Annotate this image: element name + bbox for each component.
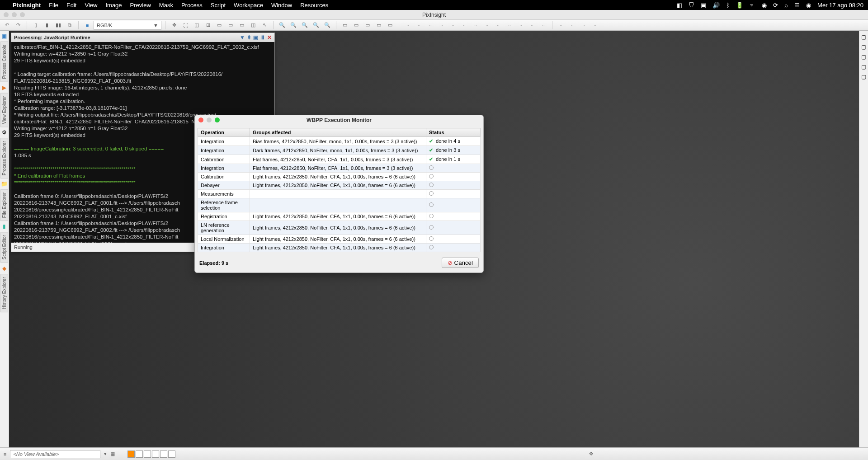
process-icon[interactable]: ▫ [482,21,492,30]
bluetooth-icon[interactable]: ᛒ [726,2,730,9]
extra-icon[interactable]: ▫ [567,21,577,30]
close-icon[interactable]: ✕ [267,34,272,41]
dialog-titlebar[interactable]: WBPP Execution Monitor [195,115,483,125]
close-icon[interactable] [198,117,203,122]
layout-icon[interactable]: ▭ [374,21,384,30]
menu-workspace[interactable]: Workspace [234,2,263,9]
app-name[interactable]: PixInsight [13,2,41,9]
right-side-icon[interactable]: ▢ [860,43,868,51]
redo-icon[interactable]: ↷ [13,21,23,30]
sidetab-process-console[interactable]: Process Console [0,42,8,82]
swatch[interactable] [127,451,135,458]
search-icon[interactable]: ⌕ [784,2,788,9]
minimize-icon[interactable] [207,117,212,122]
chevron-down-icon[interactable]: ▼ [240,34,245,41]
resize-handle-icon[interactable]: ✥ [589,451,593,457]
status-icon[interactable]: ◧ [677,2,682,9]
menu-process[interactable]: Process [181,2,203,9]
process-icon[interactable]: ▫ [505,21,514,30]
sidetab-view-explorer[interactable]: View Explorer [0,93,8,127]
grid-icon[interactable]: ▦ [110,451,115,457]
control-center-icon[interactable]: ☰ [794,2,800,9]
right-side-icon[interactable]: ▢ [860,73,868,80]
square-icon[interactable]: ▣ [253,34,258,41]
pointer-icon[interactable]: ↖ [259,21,269,30]
swatch[interactable] [136,451,143,458]
process-icon[interactable]: ▫ [437,21,447,30]
menu-window[interactable]: Window [271,2,292,9]
process-icon[interactable]: ▫ [493,21,503,30]
process-icon[interactable]: ▫ [527,21,537,30]
process-icon[interactable]: ▫ [516,21,526,30]
process-icon[interactable]: ▫ [471,21,481,30]
menu-file[interactable]: File [49,2,58,9]
undo-icon[interactable]: ↶ [2,21,12,30]
square-icon[interactable]: ■ [82,21,92,30]
zoom-icon[interactable] [20,12,25,17]
copy-icon[interactable]: ⧉ [65,21,75,30]
wifi-icon[interactable]: ᯤ [750,2,755,9]
menu-view[interactable]: View [85,2,97,9]
cancel-button[interactable]: ⊘ Cancel [442,258,479,268]
battery-icon[interactable]: 🔋 [736,2,743,9]
layout-icon[interactable]: ▭ [340,21,350,30]
layout-icon[interactable]: ▭ [385,21,395,30]
sidetab-script-editor[interactable]: Script Editor [0,232,8,263]
menu-preview[interactable]: Preview [130,2,151,9]
menu-script[interactable]: Script [211,2,226,9]
right-side-icon[interactable]: ▢ [860,53,868,61]
zoom-11-icon[interactable]: 🔍 [311,21,321,30]
process-icon[interactable]: ▫ [459,21,469,30]
layout-icon[interactable]: ▭ [351,21,361,30]
save-icon[interactable]: ▮ [42,21,52,30]
zoom-fit-icon[interactable]: 🔍 [300,21,310,30]
close-icon[interactable] [4,12,9,17]
zoom-out-icon[interactable]: 🔍 [288,21,298,30]
layout-icon[interactable]: ▭ [363,21,373,30]
menu-resources[interactable]: Resources [300,2,328,9]
chevron-up-icon[interactable]: ⇞ [247,34,251,41]
open-icon[interactable]: ▯ [31,21,41,30]
menu-icon[interactable]: ≡ [4,451,6,457]
tool-icon[interactable]: ◫ [192,21,202,30]
extra-icon[interactable]: ▫ [590,21,600,30]
process-icon[interactable]: ▫ [538,21,548,30]
side-icon[interactable]: ▮ [1,223,8,230]
side-icon[interactable]: 📁 [1,180,8,188]
swatch[interactable] [144,451,151,458]
clock[interactable]: Mer 17 ago 08:20 [817,2,863,9]
swatch[interactable] [152,451,159,458]
menu-mask[interactable]: Mask [159,2,173,9]
right-side-icon[interactable]: ▢ [860,33,868,41]
zoom-in-icon[interactable]: 🔍 [277,21,287,30]
console-header[interactable]: Processing: JavaScript Runtime ▼ ⇞ ▣ ⏸ ✕ [11,33,274,42]
zoom-icon[interactable] [215,117,220,122]
process-icon[interactable]: ▫ [448,21,458,30]
zoom-reset-icon[interactable]: 🔍 [322,21,332,30]
sidetab-file-explorer[interactable]: File Explorer [0,189,8,221]
pause-icon[interactable]: ⏸ [260,34,265,41]
tool-icon[interactable]: ◫ [248,21,258,30]
channel-combo[interactable]: RGB/K▼ [94,21,161,30]
tool-icon[interactable]: ▭ [237,21,247,30]
tool-icon[interactable]: ✥ [169,21,179,30]
refresh-icon[interactable]: ⟳ [773,2,778,9]
tool-icon[interactable]: ⊞ [203,21,213,30]
extra-icon[interactable]: ▫ [556,21,566,30]
swatch[interactable] [168,451,175,458]
side-icon[interactable]: ▣ [1,33,8,40]
process-icon[interactable]: ▫ [425,21,435,30]
saveall-icon[interactable]: ▮▮ [53,21,63,30]
siri-icon[interactable]: ◉ [806,2,811,9]
shield-icon[interactable]: ⛉ [689,2,694,9]
side-icon[interactable]: ⚙ [1,129,8,136]
right-side-icon[interactable]: ▢ [860,63,868,70]
dropdown-icon[interactable]: ▾ [104,451,107,457]
sidetab-process-explorer[interactable]: Process Explorer [0,138,8,178]
display-icon[interactable]: ▣ [701,2,706,9]
menu-edit[interactable]: Edit [66,2,76,9]
extra-icon[interactable]: ▫ [579,21,589,30]
process-icon[interactable]: ▫ [403,21,413,30]
tool-icon[interactable]: ⛶ [180,21,190,30]
view-selector[interactable]: <No View Available> [10,450,100,458]
